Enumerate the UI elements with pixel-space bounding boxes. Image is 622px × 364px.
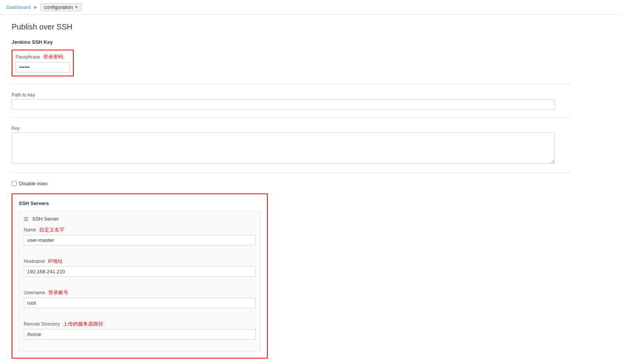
server-name-input[interactable] — [24, 235, 256, 245]
ssh-server-header-label: SSH Server — [32, 216, 59, 222]
ssh-servers-outer-box: SSH Servers SSH Server Name 自定义名字 — [12, 193, 268, 359]
ssh-server-block: SSH Server Name 自定义名字 Hostname IP地址 — [19, 211, 261, 352]
disable-exec-label: Disable exec — [19, 181, 48, 186]
server-username-label: Username — [24, 290, 45, 295]
server-hostname-label-row: Hostname IP地址 — [24, 258, 256, 265]
ssh-server-header: SSH Server — [24, 216, 256, 222]
server-hostname-input[interactable] — [24, 266, 256, 277]
path-to-key-group: Path to key — [12, 92, 570, 110]
server-remote-dir-group: Remote Directory 上传的服务器路径 — [24, 321, 256, 340]
server-hostname-label: Hostname — [24, 259, 45, 264]
jenkins-ssh-key-section-label: Jenkins SSH Key — [12, 39, 570, 45]
page-title: Publish over SSH — [12, 22, 570, 31]
chevron-down-icon: ▼ — [75, 5, 78, 9]
server-name-annotation: 自定义名字 — [39, 226, 64, 233]
divider-1 — [12, 84, 570, 85]
server-remote-dir-annotation: 上传的服务器路径 — [63, 321, 103, 328]
divider-2 — [12, 117, 570, 118]
passphrase-label: Passphrase — [16, 54, 40, 60]
server-name-group: Name 自定义名字 — [24, 226, 256, 245]
path-to-key-label: Path to key — [12, 92, 570, 98]
top-nav: Dashboard ► configuration ▼ — [0, 0, 622, 15]
passphrase-box: Passphrase 登录密码 — [12, 50, 74, 76]
server-name-label-row: Name 自定义名字 — [24, 226, 256, 233]
server-remote-dir-label-row: Remote Directory 上传的服务器路径 — [24, 321, 256, 328]
key-label: Key — [12, 126, 570, 131]
server-remote-dir-input[interactable] — [24, 329, 256, 340]
nav-arrow: ► — [33, 4, 38, 10]
key-input[interactable] — [12, 133, 555, 164]
server-hostname-annotation: IP地址 — [48, 258, 63, 265]
server-username-annotation: 登录账号 — [48, 289, 68, 296]
server-remote-dir-label: Remote Directory — [24, 321, 60, 327]
server-username-input[interactable] — [24, 298, 256, 308]
passphrase-label-row: Passphrase 登录密码 — [16, 53, 70, 60]
disable-exec-checkbox[interactable] — [12, 181, 17, 186]
nav-config-label: configuration — [44, 4, 73, 10]
ssh-server-fields: Name 自定义名字 Hostname IP地址 Usern — [24, 226, 256, 347]
passphrase-annotation: 登录密码 — [43, 53, 63, 60]
server-name-label: Name — [24, 227, 36, 233]
main-content: Publish over SSH Jenkins SSH Key Passphr… — [0, 15, 582, 364]
server-username-label-row: Username 登录账号 — [24, 289, 256, 296]
ssh-servers-section-label: SSH Servers — [19, 200, 261, 206]
nav-dashboard-link[interactable]: Dashboard — [6, 4, 31, 10]
passphrase-input[interactable] — [16, 62, 70, 72]
path-to-key-input[interactable] — [12, 99, 555, 110]
disable-exec-group: Disable exec — [12, 181, 570, 186]
nav-config-dropdown[interactable]: configuration ▼ — [40, 3, 81, 11]
key-group: Key — [12, 126, 570, 165]
divider-3 — [12, 173, 570, 173]
drag-handle-icon — [24, 217, 28, 221]
server-hostname-group: Hostname IP地址 — [24, 258, 256, 277]
server-username-group: Username 登录账号 — [24, 289, 256, 308]
